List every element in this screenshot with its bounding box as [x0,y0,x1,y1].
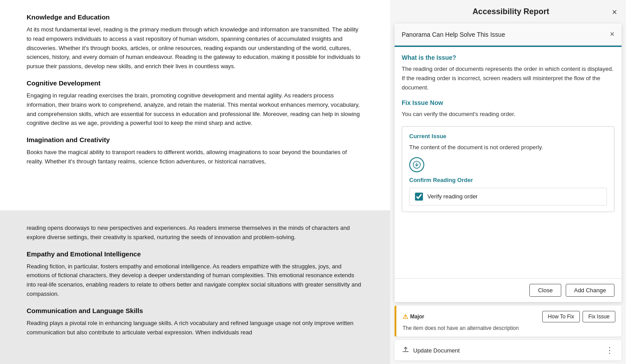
panorama-body: What is the Issue? The reading order of … [395,46,622,278]
update-document-bar[interactable]: Update Document ⋮ [395,340,622,360]
page-top: Knowledge and Education At its most fund… [0,0,390,210]
fix-issue-now-heading: Fix Issue Now [402,99,614,106]
verify-checkbox[interactable] [415,193,423,201]
section-heading-3: Imagination and Creativity [27,136,364,143]
section-para-5: Reading fiction, in particular, fosters … [27,262,364,299]
current-issue-text: The content of the document is not order… [409,143,607,152]
panorama-header: Panorama Can Help Solve This Issue × [395,23,622,46]
download-arrow-icon [409,157,424,172]
section-para-4: reading opens doorways to new perspectiv… [27,224,364,242]
section-heading-5: Empathy and Emotional Intelligence [27,250,364,258]
verify-row: Verify reading order [409,188,607,205]
verify-label: Verify reading order [427,193,477,200]
confirm-reading-label: Confirm Reading Order [409,177,607,183]
severity-label: Major [410,314,424,320]
section-para-6: Reading plays a pivotal role in enhancin… [27,319,364,337]
doc-content-bottom: reading opens doorways to new perspectiv… [27,224,364,337]
panel-title: Accessibility Report [410,7,612,16]
fix-issue-button[interactable]: Fix Issue [583,311,615,322]
issue-bar-content: ⚠ Major How To Fix Fix Issue The item do… [403,311,615,331]
major-badge: ⚠ Major [403,313,424,320]
what-is-issue-text: The reading order of documents represent… [402,65,614,92]
section-para-3: Books have the magical ability to transp… [27,148,364,167]
doc-content-top: Knowledge and Education At its most fund… [27,13,364,167]
kebab-menu-button[interactable]: ⋮ [606,345,614,355]
issue-bar-top: ⚠ Major How To Fix Fix Issue [403,311,615,322]
panorama-footer: Close Add Change [395,278,622,302]
current-issue-box: Current Issue The content of the documen… [402,126,614,212]
close-button[interactable]: Close [529,284,561,297]
panel-header: Accessibility Report × [390,0,626,23]
issue-description: The item does not have an alternative de… [403,325,615,331]
warning-icon: ⚠ [403,313,408,320]
update-document-label: Update Document [413,347,460,354]
add-change-button[interactable]: Add Change [566,284,614,297]
document-area: Knowledge and Education At its most fund… [0,0,390,364]
what-is-issue-heading: What is the Issue? [402,54,614,61]
issue-bar: ⚠ Major How To Fix Fix Issue The item do… [395,306,622,337]
how-to-fix-button[interactable]: How To Fix [542,311,580,322]
section-heading-1: Knowledge and Education [27,13,364,21]
page-bottom: reading opens doorways to new perspectiv… [0,210,390,364]
issue-bar-buttons: How To Fix Fix Issue [542,311,615,322]
section-heading-6: Communication and Language Skills [27,307,364,314]
section-heading-2: Cognitive Development [27,79,364,87]
panorama-panel: Panorama Can Help Solve This Issue × Wha… [395,23,622,302]
panorama-title: Panorama Can Help Solve This Issue [402,31,505,38]
section-para-1: At its most fundamental level, reading i… [27,25,364,71]
fix-issue-now-text: You can verify the document's reading or… [402,110,614,119]
accessibility-panel: Accessibility Report × Panorama Can Help… [390,0,626,364]
upload-icon [402,345,410,355]
section-para-2: Engaging in regular reading exercises th… [27,91,364,128]
panorama-close-button[interactable]: × [610,30,614,39]
panel-close-button[interactable]: × [612,8,617,16]
update-bar-left: Update Document [402,345,460,355]
current-issue-title: Current Issue [409,133,607,139]
